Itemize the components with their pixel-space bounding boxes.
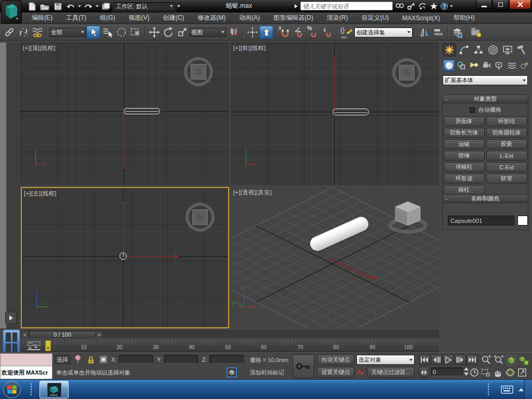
pan-view-button[interactable] (492, 367, 503, 378)
show-desktop-button[interactable] (524, 380, 532, 399)
layer-manager-button[interactable] (450, 25, 464, 39)
menu-group[interactable]: 组(G) (93, 12, 122, 24)
menu-rendering[interactable]: 渲染(R) (320, 12, 355, 24)
menu-help[interactable]: 帮助(H) (447, 12, 482, 24)
menu-edit[interactable]: 编辑(E) (25, 12, 59, 24)
go-to-end-button[interactable] (467, 354, 478, 365)
search-icon[interactable] (395, 2, 404, 11)
maximize-button[interactable] (493, 0, 509, 9)
window-crossing-toggle-button[interactable] (128, 25, 142, 39)
selection-lock-toggle[interactable] (86, 355, 96, 366)
material-editor-button[interactable] (469, 25, 483, 39)
search-input[interactable] (300, 2, 393, 10)
communication-center-icon[interactable] (418, 2, 427, 11)
select-and-rotate-button[interactable] (161, 25, 175, 39)
time-slider-handle[interactable]: 0 / 100 (29, 331, 96, 338)
workspace-menu-arrow[interactable] (177, 5, 180, 7)
favorites-star-icon[interactable] (429, 2, 438, 11)
primitive-ringwave-button[interactable]: 环形波 (444, 174, 485, 183)
select-by-name-button[interactable] (100, 25, 114, 39)
help-dropdown-arrow[interactable] (450, 5, 453, 7)
previous-frame-arrow[interactable]: < (21, 331, 29, 338)
selection-lock-label[interactable]: 选择 (55, 355, 71, 364)
subtab-lights[interactable] (468, 60, 480, 71)
track-bar[interactable]: 0 10 20 30 40 50 60 70 80 90 100 (21, 340, 439, 352)
viewport-top-label[interactable]: [+][顶][线框] (23, 44, 56, 52)
viewport-tabs-expand-button[interactable] (5, 312, 17, 324)
primitive-hedra-button[interactable]: 异面体 (444, 116, 485, 126)
viewport-persp-label[interactable]: [+][透视][真实] (233, 189, 272, 196)
play-animation-button[interactable] (443, 354, 454, 365)
angle-snap-button[interactable] (292, 25, 306, 39)
subtab-shapes[interactable] (456, 60, 467, 71)
y-coordinate-field[interactable] (164, 355, 198, 364)
new-file-button[interactable] (26, 2, 37, 11)
go-to-start-button[interactable] (419, 354, 430, 365)
subtab-geometry[interactable] (443, 60, 455, 71)
menu-graph-editors[interactable]: 图形编辑器(D) (267, 12, 320, 24)
viewport-front[interactable]: [+][前][线框] 前 (231, 43, 439, 185)
zoom-all-button[interactable] (493, 354, 504, 365)
zoom-region-button[interactable] (481, 367, 491, 378)
select-and-scale-button[interactable] (175, 25, 189, 39)
frame-spinner[interactable] (464, 367, 469, 376)
select-object-button[interactable] (86, 25, 100, 39)
select-and-link-icon[interactable] (2, 25, 16, 39)
start-button[interactable] (3, 381, 21, 399)
snap-toggle-3d-button[interactable]: 3 (278, 25, 292, 39)
menu-create[interactable]: 创建(C) (156, 12, 191, 24)
key-filter-scope-dropdown[interactable]: 选定对象 (356, 355, 415, 365)
auto-key-button[interactable]: 自动关键点 (317, 354, 354, 365)
language-keyboard-icon[interactable] (501, 385, 513, 394)
viewport-left-active[interactable]: [+][左][线框] 左 (21, 187, 229, 328)
viewcube-3d[interactable] (386, 198, 430, 237)
next-frame-button[interactable] (455, 354, 466, 365)
reference-coordinate-dropdown[interactable]: 视图 (189, 28, 227, 37)
spinner-snap-button[interactable] (320, 25, 334, 39)
key-mode-toggle-button[interactable] (419, 367, 429, 378)
menu-animation[interactable]: 动画(A) (232, 12, 267, 24)
subtab-cameras[interactable] (481, 60, 492, 71)
capsule-object-front[interactable] (332, 109, 369, 115)
key-filters-button[interactable]: 关键点过滤器... (367, 367, 415, 378)
zoom-button[interactable] (481, 354, 492, 365)
redo-dropdown-arrow[interactable] (96, 5, 99, 7)
tab-display[interactable] (500, 43, 514, 57)
object-color-swatch[interactable] (517, 216, 528, 225)
viewport-top[interactable]: [+][顶][线框] 顶 (21, 43, 229, 185)
current-frame-marker[interactable]: 0 (45, 340, 51, 351)
named-selection-set-dropdown[interactable]: 创建选择集 (354, 28, 413, 37)
bind-to-space-warp-icon[interactable] (30, 25, 44, 39)
z-coordinate-field[interactable] (209, 355, 244, 364)
previous-frame-button[interactable] (431, 354, 442, 365)
add-time-tag[interactable]: 添加时间标记 (250, 369, 284, 377)
primitive-lext-button[interactable]: L-Ext (486, 151, 527, 161)
unlink-selection-icon[interactable] (16, 25, 30, 39)
primitive-gengon-button[interactable]: 球棱柱 (444, 162, 485, 172)
primitive-cext-button[interactable]: C-Ext (486, 162, 527, 172)
percent-snap-button[interactable]: % (306, 25, 320, 39)
primitive-torus-knot-button[interactable]: 环形结 (486, 116, 527, 126)
menu-tools[interactable]: 工具(T) (59, 12, 93, 24)
primitive-oiltank-button[interactable]: 油罐 (444, 139, 485, 149)
close-button[interactable] (509, 0, 531, 9)
zoom-extents-button[interactable] (506, 354, 517, 365)
primitive-category-dropdown[interactable]: 扩展基本体 (443, 75, 528, 85)
tab-create[interactable] (442, 43, 456, 57)
primitive-chamfercyl-button[interactable]: 切角圆柱体 (486, 128, 527, 138)
set-keys-button[interactable] (292, 354, 314, 378)
select-and-move-button[interactable] (147, 25, 161, 39)
viewport-layout-tab[interactable] (3, 329, 20, 355)
capsule-object-left[interactable] (119, 252, 127, 260)
selection-filter-dropdown[interactable]: 全部 (49, 28, 86, 37)
next-frame-arrow[interactable]: > (96, 331, 103, 338)
time-configuration-button[interactable] (469, 367, 480, 378)
primitive-chamferbox-button[interactable]: 切角长方体 (444, 128, 485, 138)
selection-region-circle-button[interactable] (114, 25, 128, 39)
menu-modifiers[interactable]: 修改器(M) (191, 12, 232, 24)
current-frame-field[interactable] (431, 367, 463, 376)
subtab-helpers[interactable] (494, 60, 505, 71)
keyboard-shortcut-override-button[interactable] (259, 25, 273, 39)
viewport-front-label[interactable]: [+][前][线框] (233, 44, 266, 52)
tab-modify[interactable] (457, 43, 471, 57)
